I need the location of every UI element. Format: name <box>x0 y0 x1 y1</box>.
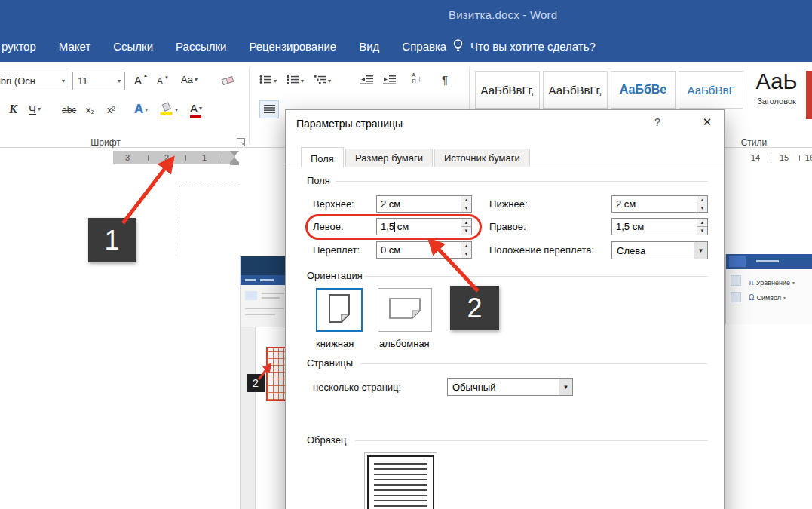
tab-constructor[interactable]: руктор <box>0 30 47 62</box>
top-margin-value[interactable]: 2 см <box>377 196 461 212</box>
text-effects-button[interactable]: А ▾ <box>134 102 148 117</box>
top-margin-spinner[interactable]: 2 см ▲▼ <box>376 195 472 213</box>
orientation-landscape-tile[interactable] <box>378 288 432 332</box>
increase-indent-button[interactable] <box>383 75 397 87</box>
bottom-margin-spinner[interactable]: 2 см ▲▼ <box>611 195 708 213</box>
spin-up-icon[interactable]: ▲ <box>461 242 471 250</box>
right-margin-spinner[interactable]: 1,5 см ▲▼ <box>611 218 708 235</box>
dialog-close-button[interactable]: ✕ <box>689 110 725 134</box>
up-caret-icon: ▲ <box>143 73 148 78</box>
ruler-number: 16 <box>805 153 812 162</box>
landscape-option-label[interactable]: альбомная <box>379 338 430 349</box>
underline-button[interactable]: Ч ▾ <box>29 103 41 115</box>
gutter-position-combobox[interactable]: Слева ▼ <box>611 241 708 259</box>
strikethrough-button[interactable]: abc <box>62 105 76 115</box>
landscape-page-icon <box>388 297 421 323</box>
chevron-down-icon[interactable]: ▾ <box>58 78 69 84</box>
shrink-font-button[interactable]: А▼ <box>157 76 169 87</box>
font-name-combobox[interactable]: libri (Осн ▾ <box>0 72 69 90</box>
tab-view[interactable]: Вид <box>348 30 391 62</box>
chevron-down-icon[interactable]: ▼ <box>559 379 572 395</box>
mini-equation-item: π Уравнение ▾ <box>749 278 795 287</box>
orientation-portrait-tile[interactable] <box>316 288 363 332</box>
down-caret-icon: ▼ <box>164 75 169 80</box>
change-case-button[interactable]: Аа▾ <box>181 74 198 85</box>
right-margin-value[interactable]: 1,5 см <box>612 219 697 235</box>
arrow-to-ruler <box>123 158 173 223</box>
ruler-tick <box>185 155 186 161</box>
font-color-button[interactable]: А ▾ <box>190 102 202 115</box>
bottom-margin-value[interactable]: 2 см <box>612 196 697 212</box>
bullets-button[interactable]: ▾ <box>259 75 277 87</box>
spin-up-icon[interactable]: ▲ <box>697 219 707 226</box>
left-indent-marker[interactable] <box>230 162 239 165</box>
tab-references[interactable]: Ссылки <box>102 30 164 62</box>
dialog-help-button[interactable]: ? <box>649 116 666 128</box>
mini-icon <box>731 292 741 302</box>
subscript-button[interactable]: x₂ <box>86 104 95 115</box>
style-chip-normal[interactable]: АаБбВвГг, <box>475 71 540 109</box>
gutter-value[interactable]: 0 см <box>377 242 461 258</box>
multiple-pages-combobox[interactable]: Обычный ▼ <box>447 378 573 396</box>
tab-help[interactable]: Справка <box>391 30 458 62</box>
align-justify-button[interactable] <box>259 100 279 118</box>
portrait-option-label[interactable]: книжная <box>316 338 354 349</box>
style-chip-title[interactable]: АаЬ Заголовок <box>746 69 807 106</box>
tab-layout[interactable]: Макет <box>47 30 102 62</box>
chevron-down-icon[interactable]: ▼ <box>694 242 707 259</box>
font-group-label: Шрифт <box>72 137 139 148</box>
gutter-spinner[interactable]: 0 см ▲▼ <box>376 241 472 259</box>
multilevel-list-button[interactable]: ▾ <box>314 75 331 87</box>
bullet-list-icon <box>259 75 272 87</box>
styles-group-label: Стили <box>733 137 775 148</box>
style-chip-heading1[interactable]: АаБбВе <box>611 71 676 109</box>
style-chip-no-spacing[interactable]: АаБбВвГг, <box>543 71 608 109</box>
lightbulb-icon <box>452 38 464 54</box>
chevron-down-icon: ▾ <box>195 76 198 83</box>
clear-formatting-button[interactable] <box>220 75 235 89</box>
numbering-button[interactable]: ▾ <box>286 75 304 87</box>
font-size-combobox[interactable]: 11 ▾ <box>72 72 125 90</box>
dialog-tab-paper-source[interactable]: Источник бумаги <box>434 149 530 167</box>
ruler-tick <box>771 155 771 161</box>
document-title: Визитка.docx - Word <box>449 8 557 21</box>
italic-button[interactable]: К <box>9 103 17 116</box>
chevron-down-icon[interactable]: ▾ <box>114 78 124 84</box>
dialog-tab-paper-size[interactable]: Размер бумаги <box>345 149 433 167</box>
chevron-down-icon[interactable]: ▾ <box>199 105 202 112</box>
grow-font-button[interactable]: А▲ <box>134 74 148 87</box>
spin-down-icon[interactable]: ▼ <box>697 204 707 212</box>
mini-bar <box>262 293 284 294</box>
show-paragraph-marks-button[interactable]: ¶ <box>442 73 448 86</box>
spin-down-icon[interactable]: ▼ <box>461 250 471 258</box>
tab-review[interactable]: Рецензирование <box>237 30 348 62</box>
dialog-tab-margins[interactable]: Поля <box>301 147 344 168</box>
sort-button[interactable]: АЯ ↓ <box>412 72 421 84</box>
superscript-button[interactable]: x² <box>107 104 115 115</box>
mini-title-mark <box>756 260 779 262</box>
group-separator <box>249 68 250 143</box>
mini-bar <box>245 308 284 309</box>
chevron-down-icon[interactable]: ▾ <box>38 106 41 112</box>
chevron-down-icon[interactable]: ▾ <box>175 106 178 113</box>
spin-down-icon[interactable]: ▼ <box>461 204 471 212</box>
decrease-indent-button[interactable] <box>360 75 374 87</box>
dialog-title-bar[interactable]: Параметры страницы ? ✕ <box>286 110 724 140</box>
spin-up-icon[interactable]: ▲ <box>461 196 471 204</box>
portrait-page-icon <box>328 293 351 327</box>
mini-icon <box>245 291 257 300</box>
page-preview <box>364 452 437 509</box>
style-chip-heading2[interactable]: АаБбВвГ <box>679 71 743 109</box>
first-line-indent-marker[interactable] <box>230 151 239 156</box>
spin-up-icon[interactable]: ▲ <box>697 196 707 204</box>
highlight-color-button[interactable]: ▾ <box>160 102 178 118</box>
tab-mailings[interactable]: Рассылки <box>164 30 237 62</box>
mini-bar <box>262 297 280 299</box>
font-dialog-launcher[interactable]: ↘ <box>237 138 245 146</box>
tell-me-search[interactable]: Что вы хотите сделать? <box>452 30 596 62</box>
down-arrow-icon: ↓ <box>418 74 422 83</box>
pi-icon: π <box>749 278 754 287</box>
gutter-position-value: Слева <box>612 242 694 259</box>
gallery-scroll-strip[interactable] <box>806 71 812 119</box>
spin-down-icon[interactable]: ▼ <box>697 226 707 235</box>
